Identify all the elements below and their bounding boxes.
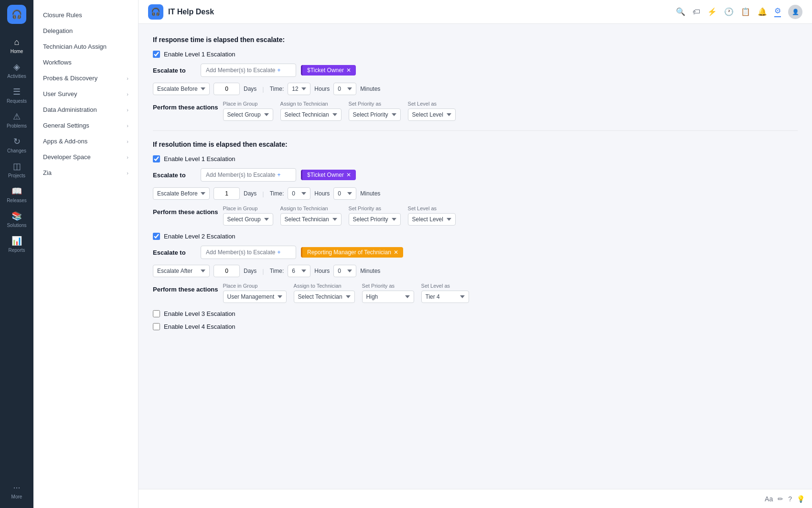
- bell-icon[interactable]: 🔔: [758, 7, 767, 16]
- sec2-l1-place-group-select[interactable]: Select Group: [223, 213, 273, 226]
- tag-close-icon[interactable]: ✕: [346, 67, 351, 74]
- sec2-l2-set-level-select[interactable]: Tier 4 Select LevelTier 1Tier 2Tier 3: [421, 291, 469, 303]
- lightning-icon[interactable]: ⚡: [707, 7, 717, 16]
- pipe-divider: |: [262, 86, 264, 93]
- nav-item-problems[interactable]: ⚠ Problems: [0, 108, 33, 132]
- sec2-level2-checkbox[interactable]: [153, 233, 160, 240]
- sec2-l2-minutes-label: Minutes: [360, 268, 380, 274]
- sec2-l2-days-input[interactable]: [214, 265, 240, 277]
- requests-icon: ☰: [13, 86, 21, 97]
- releases-icon: 📖: [11, 186, 22, 196]
- sidebar: Closure Rules Delegation Technician Auto…: [33, 0, 139, 508]
- sec2-l2-priority-action: Set Priority as High Select PriorityLowM…: [362, 283, 414, 303]
- user-avatar[interactable]: 👤: [788, 5, 802, 19]
- sec2-l1-actions-row: Perform these actions Place in Group Sel…: [153, 205, 798, 226]
- nav-item-home[interactable]: ⌂ Home: [0, 33, 33, 58]
- sec2-l2-timing-row: Escalate After Escalate Before Days | Ti…: [153, 265, 798, 277]
- plus-icon: +: [277, 172, 280, 178]
- sidebar-item-data-admin[interactable]: Data Administration ›: [33, 102, 138, 118]
- nav-item-reports[interactable]: 📊 Reports: [0, 232, 33, 257]
- sidebar-item-user-survey[interactable]: User Survey ›: [33, 86, 138, 102]
- nav-item-activities[interactable]: ◈ Activities: [0, 58, 33, 83]
- sidebar-item-developer-space[interactable]: Developer Space ›: [33, 149, 138, 165]
- sec2-l1-tech-action: Assign to Technician Select Technician: [280, 205, 342, 226]
- sec1-level1-checkbox[interactable]: [153, 51, 160, 58]
- sec2-l1-timing-row: Escalate Before Escalate After Days | Ti…: [153, 187, 798, 200]
- sidebar-item-tech-auto-assign[interactable]: Technician Auto Assign: [33, 39, 138, 54]
- tag-icon[interactable]: 🏷: [693, 8, 700, 16]
- sidebar-item-apps[interactable]: Apps & Add-ons ›: [33, 133, 138, 149]
- sec1-hours-select[interactable]: 0 153045: [333, 83, 356, 95]
- sec2-level1-checkbox[interactable]: [153, 155, 160, 162]
- sidebar-item-general-settings[interactable]: General Settings ›: [33, 118, 138, 133]
- tag-close-icon[interactable]: ✕: [346, 172, 351, 178]
- sec2-level1-label: Enable Level 1 Escalation: [164, 155, 235, 162]
- sec2-l1-days-input[interactable]: [214, 187, 240, 200]
- sec2-l2-assign-tech-select[interactable]: Select Technician: [294, 291, 355, 303]
- sec1-escalate-before-select[interactable]: Escalate Before Escalate After: [153, 83, 210, 95]
- bottom-bar: Aa ✏ ? 💡: [139, 489, 812, 508]
- sec2-l2-actions-label: Perform these actions: [153, 283, 218, 293]
- sec2-l1-assign-tech-select[interactable]: Select Technician: [280, 213, 342, 226]
- reports-icon: 📊: [11, 236, 22, 246]
- nav-item-releases[interactable]: 📖 Releases: [0, 182, 33, 207]
- nav-item-projects[interactable]: ◫ Projects: [0, 157, 33, 182]
- sec1-time-select[interactable]: 12 01234567891011: [288, 83, 310, 95]
- tag-close-icon[interactable]: ✕: [394, 249, 398, 256]
- sidebar-item-closure-rules[interactable]: Closure Rules: [33, 7, 138, 23]
- sec2-l2-set-priority-select[interactable]: High Select PriorityLowMediumUrgent: [362, 291, 414, 303]
- sec2-level3-label: Enable Level 3 Escalation: [164, 310, 235, 317]
- sec2-l2-escalate-after-select[interactable]: Escalate After Escalate Before: [153, 265, 210, 277]
- clipboard-icon[interactable]: 📋: [741, 7, 750, 16]
- sec2-l2-hours-select[interactable]: 0 153045: [333, 265, 356, 277]
- sec2-l1-set-priority-label: Set Priority as: [349, 205, 401, 211]
- sec1-set-priority-select[interactable]: Select Priority: [349, 108, 401, 121]
- sec2-l1-priority-action: Set Priority as Select Priority: [349, 205, 401, 226]
- text-format-icon[interactable]: Aa: [765, 495, 773, 503]
- sec2-l1-set-level-select[interactable]: Select Level: [408, 213, 456, 226]
- nav-item-solutions[interactable]: 📚 Solutions: [0, 207, 33, 232]
- sec1-assign-tech-select[interactable]: Select Technician: [280, 108, 342, 121]
- sec2-level3-checkbox[interactable]: [153, 310, 160, 317]
- sidebar-item-workflows[interactable]: Workflows: [33, 54, 138, 70]
- sec2-l2-place-group-select[interactable]: User Management Select Group: [223, 291, 287, 303]
- chevron-right-icon: ›: [127, 170, 128, 176]
- sec1-place-group-select[interactable]: Select Group: [223, 108, 273, 121]
- nav-item-more[interactable]: ··· More: [0, 479, 33, 503]
- sec2-l2-time-select[interactable]: 6 01212: [288, 265, 310, 277]
- sec1-days-input[interactable]: [214, 83, 240, 95]
- sec2-level2-checkbox-row: Enable Level 2 Escalation: [153, 233, 798, 240]
- sec2-l2-member-input[interactable]: Add Member(s) to Escalate +: [201, 246, 296, 259]
- sec2-level4-label: Enable Level 4 Escalation: [164, 323, 235, 330]
- sec2-l2-reporting-manager-tag: Reporting Manager of Technician ✕: [301, 247, 403, 258]
- sec1-set-level-select[interactable]: Select Level: [408, 108, 456, 121]
- changes-icon: ↻: [13, 136, 21, 147]
- sidebar-item-zia[interactable]: Zia ›: [33, 165, 138, 181]
- sec2-l1-member-input[interactable]: Add Member(s) to Escalate +: [201, 168, 296, 182]
- edit-icon[interactable]: ✏: [778, 495, 783, 503]
- nav-item-requests[interactable]: ☰ Requests: [0, 83, 33, 108]
- sec1-priority-action: Set Priority as Select Priority: [349, 101, 401, 121]
- plus-icon: +: [277, 249, 280, 256]
- sec2-l1-minutes-label: Minutes: [360, 190, 380, 197]
- chevron-right-icon: ›: [127, 154, 128, 160]
- resolution-time-section: If resolution time is elapsed then escal…: [153, 141, 798, 330]
- clock-icon[interactable]: 🕐: [724, 7, 734, 16]
- sec2-l1-set-priority-select[interactable]: Select Priority: [349, 213, 401, 226]
- sec1-member-input[interactable]: Add Member(s) to Escalate +: [201, 64, 296, 77]
- sec2-l1-hours-select[interactable]: 0 153045: [333, 187, 356, 200]
- sec2-l1-hours-label: Hours: [314, 190, 330, 197]
- sec2-l1-escalate-before-select[interactable]: Escalate Before Escalate After: [153, 187, 210, 200]
- sidebar-item-delegation[interactable]: Delegation: [33, 23, 138, 39]
- sec2-l1-time-select[interactable]: 0 12612: [288, 187, 310, 200]
- sec2-l2-group-action: Place in Group User Management Select Gr…: [223, 283, 287, 303]
- sec2-l2-actions-row: Perform these actions Place in Group Use…: [153, 283, 798, 303]
- sec1-place-group-label: Place in Group: [223, 101, 273, 107]
- sidebar-item-probes[interactable]: Probes & Discovery ›: [33, 70, 138, 86]
- sec2-level4-checkbox[interactable]: [153, 323, 160, 330]
- nav-item-changes[interactable]: ↻ Changes: [0, 132, 33, 157]
- lightbulb-icon[interactable]: 💡: [797, 495, 805, 503]
- help-icon[interactable]: ?: [788, 495, 792, 503]
- search-icon[interactable]: 🔍: [676, 7, 685, 16]
- gear-icon[interactable]: ⚙: [774, 6, 781, 17]
